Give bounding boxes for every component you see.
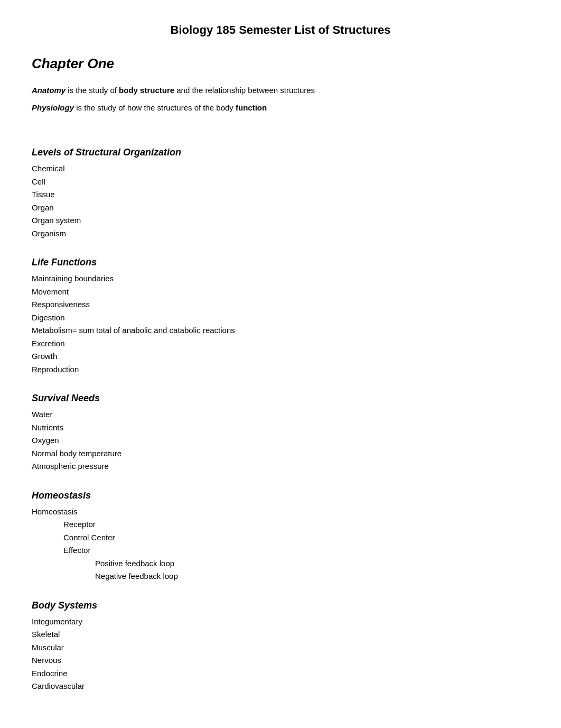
- list-item: Organ: [32, 202, 529, 214]
- list-item: Metabolism= sum total of anabolic and ca…: [32, 325, 529, 337]
- chapter-heading: Chapter One: [32, 53, 529, 74]
- list-item: Positive feedback loop: [32, 558, 529, 570]
- list-item: Atmospheric pressure: [32, 460, 529, 473]
- levels-section: Levels of Structural Organization Chemic…: [32, 145, 529, 239]
- homeostasis-list: Homeostasis Receptor Control Center Effe…: [32, 506, 529, 583]
- survival-needs-heading: Survival Needs: [32, 391, 529, 406]
- list-item: Control Center: [32, 532, 529, 544]
- list-item: Nervous: [32, 655, 529, 667]
- life-functions-section: Life Functions Maintaining boundaries Mo…: [32, 255, 529, 375]
- list-item: Digestion: [32, 312, 529, 324]
- list-item: Nutrients: [32, 422, 529, 434]
- list-item: Integumentary: [32, 616, 529, 628]
- function-bold: function: [236, 103, 267, 112]
- list-item: Responsiveness: [32, 299, 529, 311]
- list-item: Negative feedback loop: [32, 570, 529, 583]
- levels-heading: Levels of Structural Organization: [32, 145, 529, 160]
- list-item: Effector: [32, 545, 529, 557]
- list-item: Cardiovascular: [32, 680, 529, 693]
- body-systems-list: Integumentary Skeletal Muscular Nervous …: [32, 616, 529, 693]
- list-item: Chemical: [32, 163, 529, 175]
- list-item: Skeletal: [32, 629, 529, 641]
- list-item: Cell: [32, 176, 529, 188]
- levels-list: Chemical Cell Tissue Organ Organ system …: [32, 163, 529, 239]
- list-item: Organ system: [32, 215, 529, 227]
- anatomy-intro: Anatomy is the study of body structure a…: [32, 85, 529, 97]
- body-structure-bold: body structure: [119, 86, 174, 95]
- list-item: Excretion: [32, 338, 529, 350]
- anatomy-rest1: is the study of: [66, 86, 119, 95]
- physiology-rest: is the study of how the structures of th…: [74, 103, 236, 112]
- list-item: Receptor: [32, 519, 529, 531]
- list-item: Growth: [32, 351, 529, 363]
- list-item: Organism: [32, 228, 529, 240]
- anatomy-term: Anatomy: [32, 86, 66, 95]
- physiology-intro: Physiology is the study of how the struc…: [32, 102, 529, 114]
- page-title: Biology 185 Semester List of Structures: [32, 21, 529, 39]
- list-item: Reproduction: [32, 364, 529, 376]
- list-item: Tissue: [32, 189, 529, 201]
- anatomy-rest2: and the relationship between structures: [174, 86, 315, 95]
- list-item: Homeostasis: [32, 506, 529, 518]
- homeostasis-section: Homeostasis Homeostasis Receptor Control…: [32, 489, 529, 583]
- list-item: Water: [32, 409, 529, 421]
- list-item: Normal body temperature: [32, 448, 529, 460]
- list-item: Oxygen: [32, 435, 529, 447]
- list-item: Maintaining boundaries: [32, 273, 529, 285]
- list-item: Muscular: [32, 642, 529, 654]
- homeostasis-heading: Homeostasis: [32, 489, 529, 503]
- body-systems-section: Body Systems Integumentary Skeletal Musc…: [32, 598, 529, 693]
- physiology-term: Physiology: [32, 103, 74, 112]
- survival-needs-list: Water Nutrients Oxygen Normal body tempe…: [32, 409, 529, 473]
- life-functions-heading: Life Functions: [32, 255, 529, 270]
- body-systems-heading: Body Systems: [32, 598, 529, 613]
- list-item: Movement: [32, 286, 529, 298]
- life-functions-list: Maintaining boundaries Movement Responsi…: [32, 273, 529, 375]
- survival-needs-section: Survival Needs Water Nutrients Oxygen No…: [32, 391, 529, 473]
- list-item: Endocrine: [32, 668, 529, 680]
